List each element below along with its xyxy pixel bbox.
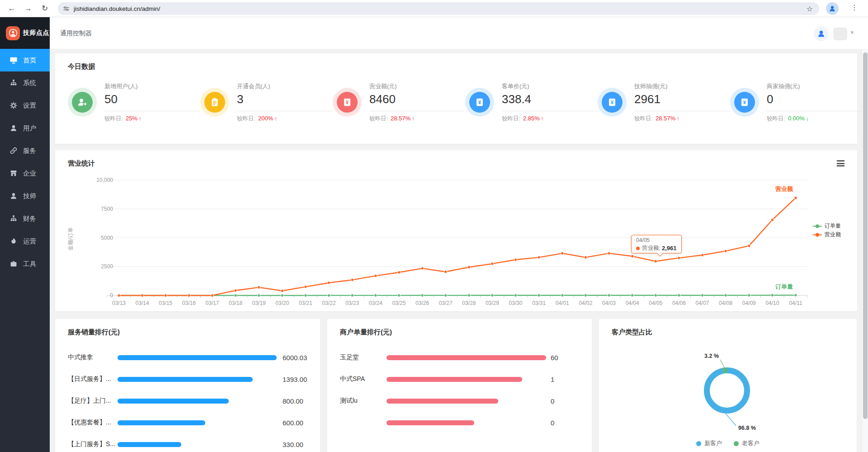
today-data-card: 今日数据 新增用户(人)50较昨日:25% ↑开通会员(人)3较昨日:200% … [55, 53, 857, 144]
svg-text:03/25: 03/25 [392, 300, 406, 306]
svg-text:10,000: 10,000 [96, 177, 113, 183]
merchant-orders-rank-rows: 玉足堂60中式SPA1测试lu00 [327, 347, 592, 433]
svg-text:03/17: 03/17 [205, 300, 219, 306]
money-icon: ¥ [337, 92, 358, 113]
stat-value: 2961 [634, 92, 730, 111]
sidebar-item-1[interactable]: 系统 [0, 71, 50, 94]
rank-bar [387, 420, 474, 425]
sidebar-item-2[interactable]: 设置 [0, 94, 50, 117]
stat-value: 50 [104, 92, 200, 111]
svg-text:04/10: 04/10 [765, 300, 779, 306]
donut-legend-item-新客户[interactable]: 新客户 [696, 439, 722, 447]
rank-bar-track [387, 399, 546, 404]
sidebar-item-label: 财务 [23, 214, 36, 223]
svg-text:¥: ¥ [611, 100, 614, 105]
rank-row-0: 玉足堂60 [327, 347, 592, 368]
browser-toolbar: ← → ↻ jishidiandian.douketui.cn/admin/ ☆… [0, 0, 868, 17]
chart-hamburger-icon[interactable] [837, 160, 844, 168]
rank-bar-track [387, 420, 546, 425]
clipboard-icon [204, 92, 225, 113]
svg-text:03/27: 03/27 [439, 300, 453, 306]
link-icon [9, 147, 18, 155]
rank-bar [387, 399, 498, 404]
browser-forward-icon[interactable]: → [23, 3, 33, 14]
stat-change: 25% ↑ [126, 115, 142, 122]
stat-change: 200% ↑ [258, 115, 277, 122]
svg-text:04/04: 04/04 [626, 300, 639, 306]
legend-label: 订单量 [825, 222, 841, 230]
stat-icon-ring: ¥ [730, 88, 759, 117]
svg-text:03/22: 03/22 [322, 300, 336, 306]
money-icon: ¥ [469, 92, 490, 113]
rank-value: 800.00 [283, 397, 303, 405]
legend-dot [734, 441, 739, 446]
line-chart[interactable]: 025005000750010,00003/1303/1403/1503/160… [55, 171, 857, 311]
stat-card-5: ¥商家抽佣(元)0较昨日:0.00% ↓ [730, 81, 863, 123]
bookmark-star-icon[interactable]: ☆ [807, 5, 813, 13]
svg-text:¥: ¥ [478, 100, 481, 105]
browser-profile-avatar[interactable] [826, 2, 839, 15]
sidebar-item-label: 运营 [23, 237, 36, 246]
legend-item-订单量[interactable]: 订单量 [813, 222, 841, 230]
scrollbar-thumb[interactable] [863, 52, 868, 419]
org-icon [9, 79, 18, 87]
tooltip-series-label: 营业额: [642, 244, 660, 252]
legend-label: 营业额 [825, 231, 841, 238]
sidebar-item-8[interactable]: 运营 [0, 230, 50, 252]
rank-label: 玉足堂 [340, 353, 387, 362]
svg-text:03/21: 03/21 [299, 300, 312, 306]
page-scrollbar [862, 49, 868, 452]
svg-text:03/28: 03/28 [462, 300, 476, 306]
rank-bar [118, 355, 277, 360]
user-menu-placeholder[interactable] [833, 28, 847, 40]
stat-compare: 较昨日:0.00% ↓ [767, 115, 863, 123]
browser-menu-icon[interactable]: ⋮ [850, 3, 859, 12]
svg-text:03/31: 03/31 [532, 300, 546, 306]
rank-row-1: 中式SPA1 [327, 368, 592, 390]
user-avatar[interactable] [814, 26, 829, 41]
browser-reload-icon[interactable]: ↻ [39, 3, 50, 14]
browser-back-icon[interactable]: ← [6, 3, 17, 14]
sidebar-item-label: 系统 [23, 79, 36, 87]
svg-text:03/14: 03/14 [136, 300, 149, 306]
svg-text:03/24: 03/24 [369, 300, 382, 306]
svg-text:03/16: 03/16 [182, 300, 196, 306]
sidebar-item-0[interactable]: 首页 [0, 49, 50, 71]
sidebar-item-3[interactable]: 用户 [0, 117, 50, 139]
sidebar-item-7[interactable]: 财务 [0, 207, 50, 230]
rank-value: 0 [551, 397, 554, 405]
stat-card-0: 新增用户(人)50较昨日:25% ↑ [68, 81, 200, 123]
rank-bar [118, 420, 205, 425]
tooltip-date: 04/05 [636, 237, 677, 243]
money-icon: ¥ [602, 92, 623, 113]
svg-text:04/03: 04/03 [602, 300, 616, 306]
site-settings-icon[interactable] [62, 5, 70, 13]
sidebar-item-6[interactable]: 技师 [0, 185, 50, 207]
sidebar-item-4[interactable]: 服务 [0, 139, 50, 162]
rank-label: 中式推拿 [68, 353, 118, 362]
url-bar[interactable]: jishidiandian.douketui.cn/admin/ ☆ [58, 2, 819, 15]
svg-text:04/07: 04/07 [696, 300, 709, 306]
shop-icon [9, 169, 18, 177]
stat-value: 8460 [369, 92, 465, 111]
sidebar-item-5[interactable]: 企业 [0, 162, 50, 185]
svg-text:¥: ¥ [743, 100, 746, 105]
sidebar-item-9[interactable]: 工具 [0, 252, 50, 275]
donut-chart[interactable]: 3.2 %96.8 % [599, 319, 857, 452]
rank-label: 中式SPA [340, 375, 387, 383]
donut-legend: 新客户老客户 [696, 439, 760, 447]
pie-label-big: 96.8 % [738, 425, 756, 431]
svg-text:04/11: 04/11 [789, 300, 802, 306]
rank-bar [118, 442, 181, 447]
chevron-down-icon[interactable]: ▼ [849, 29, 855, 36]
rank-row-3: 【优惠套餐】...600.00 [55, 412, 320, 433]
stat-icon-ring: ¥ [465, 88, 494, 117]
url-text: jishidiandian.douketui.cn/admin/ [74, 5, 807, 12]
stat-change: 2.85% ↑ [523, 115, 544, 122]
donut-legend-item-老客户[interactable]: 老客户 [734, 439, 760, 447]
legend-item-营业额[interactable]: 营业额 [813, 230, 841, 239]
svg-text:5000: 5000 [101, 235, 113, 241]
legend-marker [813, 224, 822, 228]
rank-bar [118, 377, 253, 382]
svg-text:04/05: 04/05 [649, 300, 662, 306]
